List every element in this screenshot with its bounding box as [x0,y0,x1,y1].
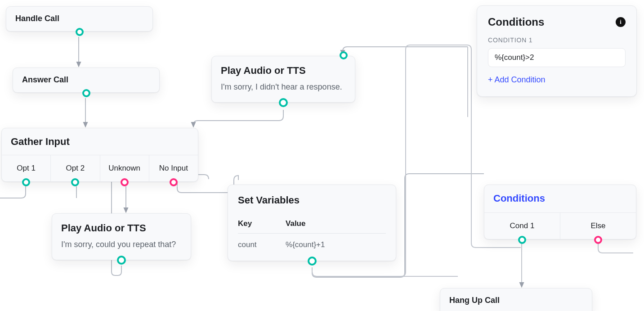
node-play-noinput[interactable]: Play Audio or TTS I'm sorry, I didn't he… [211,56,355,103]
port-out[interactable] [279,98,288,107]
add-condition-button[interactable]: + Add Condition [488,75,546,85]
node-set-variables[interactable]: Set Variables Key Value count %{count}+1 [228,185,396,261]
port-out[interactable] [71,178,79,186]
port-out[interactable] [82,89,90,97]
condition-input[interactable] [488,48,626,67]
node-title: Answer Call [22,75,68,85]
port-out[interactable] [76,28,84,36]
node-answer-call[interactable]: Answer Call [13,68,160,93]
node-title: Gather Input [2,128,198,155]
condition-cell-else[interactable]: Else [560,213,636,239]
condition-label: CONDITION 1 [488,36,626,44]
gather-option-no-input[interactable]: No Input [149,155,198,181]
node-body: I'm sorry, could you repeat that? [61,239,182,250]
node-title: Handle Call [15,14,59,24]
port-out[interactable] [117,256,126,265]
condition-cell-cond1[interactable]: Cond 1 [484,213,560,239]
node-hang-up[interactable]: Hang Up Call [440,288,592,311]
gather-option-opt2[interactable]: Opt 2 [51,155,100,181]
info-icon[interactable]: i [616,17,626,27]
gather-option-opt1[interactable]: Opt 1 [2,155,51,181]
gather-option-unknown[interactable]: Unknown [100,155,149,181]
port-out[interactable] [170,178,178,186]
node-conditions[interactable]: Conditions Cond 1 Else [484,185,636,239]
table-row: count %{count}+1 [238,233,386,252]
cell-label: Else [590,221,605,231]
cell-value: %{count}+1 [286,233,386,252]
col-key: Key [238,215,286,234]
node-play-unknown[interactable]: Play Audio or TTS I'm sorry, could you r… [52,213,191,260]
port-out[interactable] [121,178,129,186]
node-gather-input[interactable]: Gather Input Opt 1 Opt 2 Unknown No Inpu… [1,128,198,182]
port-out[interactable] [594,236,602,244]
node-title: Play Audio or TTS [61,222,182,235]
conditions-row: Cond 1 Else [484,213,636,239]
conditions-panel: Conditions i CONDITION 1 + Add Condition [477,5,637,97]
node-title: Hang Up Call [449,295,500,306]
option-label: Opt 2 [66,163,85,173]
option-label: No Input [159,163,188,173]
node-handle-call[interactable]: Handle Call [6,6,153,32]
node-title: Play Audio or TTS [221,64,346,77]
port-out[interactable] [22,178,30,186]
variables-table: Key Value count %{count}+1 [238,215,386,252]
port-out[interactable] [518,236,526,244]
option-label: Opt 1 [17,163,36,173]
col-value: Value [286,215,386,234]
cell-label: Cond 1 [510,221,535,231]
node-title: Set Variables [238,194,386,207]
cell-key: count [238,233,286,252]
port-in[interactable] [340,51,348,59]
option-label: Unknown [108,163,140,173]
node-body: I'm sorry, I didn't hear a response. [221,82,346,92]
port-out[interactable] [308,257,317,266]
gather-options: Opt 1 Opt 2 Unknown No Input [2,155,198,181]
panel-title: Conditions [488,16,544,28]
node-title: Conditions [484,185,636,213]
